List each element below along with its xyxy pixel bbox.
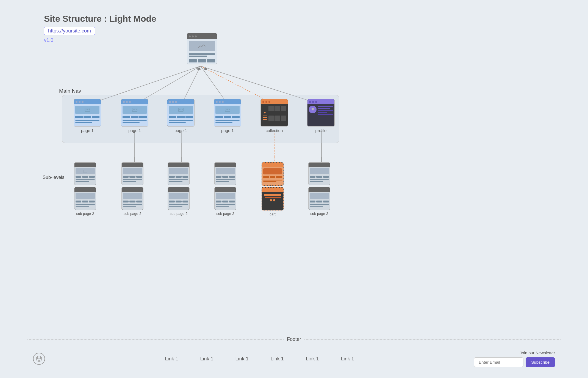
sub-thumb-2-1	[168, 187, 190, 210]
sub-thumb-3-0	[214, 162, 236, 185]
nav-node-0: page 1	[74, 99, 101, 133]
sub-levels-label: Sub-levels	[43, 175, 64, 180]
footer-section: Footer Link 1 Link 1 Link 1 Link 1 Link …	[27, 336, 561, 367]
sub-label-3-1: sub page-2	[216, 212, 234, 216]
newsletter-section: Join our Newsletter Subscribe	[474, 350, 555, 367]
sub-thumb-5-0	[308, 162, 330, 185]
sub-label-5-1: sub page-2	[310, 212, 328, 216]
svg-rect-29	[83, 170, 87, 172]
nav-label-2: page 1	[174, 128, 187, 133]
sub-thumb-5-1	[308, 187, 330, 210]
subscribe-button[interactable]: Subscribe	[526, 357, 555, 367]
nav-label-collection: collection	[266, 128, 283, 133]
sub-label-cart: cart	[270, 212, 276, 216]
nav-node-2: page 1	[167, 99, 195, 133]
footer-links: Link 1 Link 1 Link 1 Link 1 Link 1 Link …	[165, 356, 354, 362]
main-nav-box	[62, 95, 339, 143]
sub-node-1-0: sub page-1	[121, 162, 143, 191]
footer-line-right	[304, 339, 561, 339]
nav-thumb-collection: ▼	[260, 99, 288, 127]
sub-thumb-product	[262, 162, 284, 186]
sub-label-1-1: sub page-2	[123, 212, 141, 216]
footer-link-3[interactable]: Link 1	[271, 356, 284, 362]
nav-label-1: page 1	[128, 128, 141, 133]
connection-lines	[16, 22, 588, 270]
footer-logo	[33, 353, 45, 365]
footer-link-1[interactable]: Link 1	[200, 356, 213, 362]
nav-label-3: page 1	[221, 128, 234, 133]
nav-thumb-2	[167, 99, 195, 127]
sub-node-0-1: sub page-2	[74, 187, 96, 216]
sub-node-cart: cart	[262, 187, 284, 216]
sub-label-2-1: sub page-2	[170, 212, 187, 216]
footer-link-4[interactable]: Link 1	[306, 356, 319, 362]
home-label: home	[197, 66, 207, 71]
sub-node-2-0: sub page-1	[168, 162, 190, 191]
footer-link-5[interactable]: Link 1	[341, 356, 354, 362]
home-node: home	[187, 33, 217, 71]
sub-node-5-0: sub page-1	[308, 162, 330, 191]
sub-thumb-0-1	[74, 187, 96, 210]
home-thumbnail	[187, 33, 217, 64]
nav-label-profile: profile	[315, 128, 327, 133]
nav-thumb-0	[74, 99, 101, 127]
nav-node-1: page 1	[121, 99, 148, 133]
nav-thumb-3	[214, 99, 241, 127]
footer-line-left	[27, 339, 284, 339]
sub-thumb-2-0	[168, 162, 190, 185]
nav-node-3: page 1	[214, 99, 241, 133]
sub-node-2-1: sub page-2	[168, 187, 190, 216]
nav-thumb-1	[121, 99, 148, 127]
footer-link-2[interactable]: Link 1	[235, 356, 249, 362]
sub-node-3-1: sub page-2	[214, 187, 236, 216]
sub-thumb-cart	[262, 187, 284, 210]
nav-node-profile: profile	[307, 99, 335, 133]
sub-thumb-0-0	[74, 162, 96, 185]
sub-node-1-1: sub page-2	[121, 187, 143, 216]
footer-link-0[interactable]: Link 1	[165, 356, 178, 362]
newsletter-form: Subscribe	[474, 357, 555, 367]
main-nav-label: Main Nav	[59, 88, 81, 94]
sub-thumb-1-1	[121, 187, 143, 210]
sub-node-0-0: sub page-1	[74, 162, 96, 191]
sub-label-0-1: sub page-2	[76, 212, 94, 216]
footer-divider: Footer	[27, 336, 561, 342]
sub-thumb-1-0	[121, 162, 143, 185]
sub-thumb-3-1	[214, 187, 236, 210]
nav-thumb-profile	[307, 99, 335, 127]
svg-point-28	[312, 108, 314, 110]
sub-node-3-0: sub page-1	[214, 162, 236, 191]
footer-label: Footer	[287, 336, 301, 342]
newsletter-label: Join our Newsletter	[520, 350, 555, 355]
sub-node-5-1: sub page-2	[308, 187, 330, 216]
nav-label-0: page 1	[81, 128, 94, 133]
footer-content: Link 1 Link 1 Link 1 Link 1 Link 1 Link …	[27, 350, 561, 367]
nav-node-collection: ▼ collection	[260, 99, 288, 133]
email-input[interactable]	[474, 357, 523, 367]
